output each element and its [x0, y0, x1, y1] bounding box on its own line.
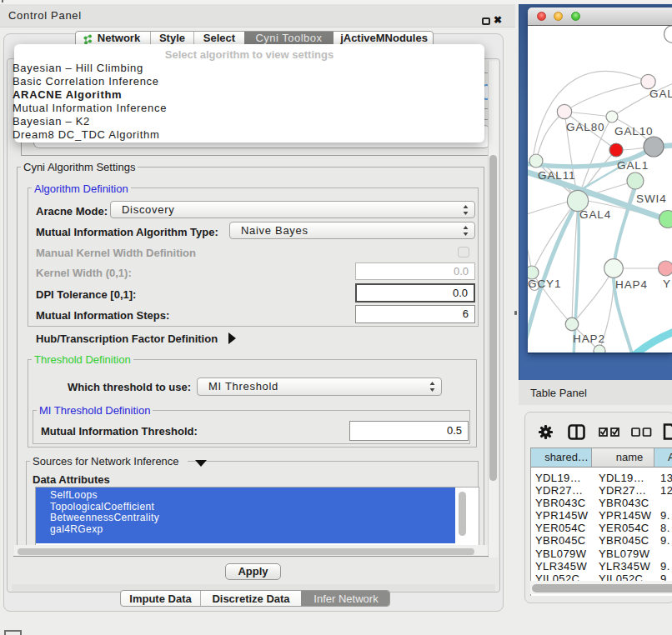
- svg-text:SWI4: SWI4: [636, 192, 667, 205]
- svg-text:GAL4: GAL4: [579, 208, 611, 221]
- svg-text:Y: Y: [663, 278, 671, 290]
- svg-text:GAL11: GAL11: [538, 169, 576, 182]
- svg-text:GAL1: GAL1: [617, 159, 649, 172]
- svg-text:GAL: GAL: [649, 88, 672, 100]
- svg-text:GCY1: GCY1: [528, 278, 561, 290]
- svg-text:HAP2: HAP2: [573, 332, 605, 345]
- svg-text:GAL80: GAL80: [566, 121, 605, 133]
- svg-text:HAP4: HAP4: [615, 278, 648, 291]
- svg-text:GAL10: GAL10: [614, 125, 654, 138]
